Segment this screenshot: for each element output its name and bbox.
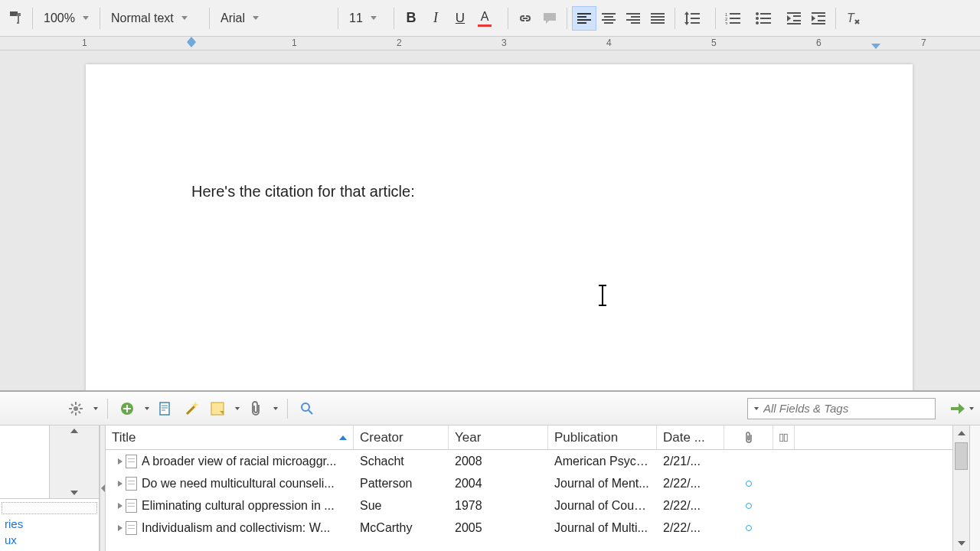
chevron-down-icon[interactable]: [273, 407, 278, 410]
document-icon: [126, 477, 137, 491]
column-header-date[interactable]: Date ...: [657, 425, 724, 449]
items-scrollbar[interactable]: [952, 425, 969, 551]
separator: [394, 8, 394, 29]
right-indent-marker[interactable]: [871, 44, 880, 49]
item-row[interactable]: Individualism and collectivism: W... McC…: [106, 517, 952, 539]
font-size-dropdown[interactable]: 11: [343, 7, 389, 30]
ruler-number: 6: [816, 37, 822, 48]
item-details-pane-collapsed[interactable]: [969, 425, 980, 551]
document-canvas[interactable]: Here's the citation for that article:: [0, 51, 980, 390]
font-family-dropdown[interactable]: Arial: [214, 7, 333, 30]
insert-link-button[interactable]: [513, 6, 537, 31]
pane-splitter[interactable]: [100, 425, 106, 551]
new-item-button[interactable]: [117, 399, 137, 419]
document-icon: [126, 521, 137, 535]
svg-point-20: [302, 403, 309, 411]
separator: [287, 399, 288, 419]
scroll-up-icon[interactable]: [70, 429, 78, 433]
column-header-year[interactable]: Year: [449, 425, 548, 449]
left-indent-marker[interactable]: [187, 37, 196, 42]
separator: [338, 8, 338, 29]
tag-filter-box[interactable]: [2, 502, 97, 514]
collections-scrollbar[interactable]: [49, 425, 99, 498]
tag-item[interactable]: ries: [2, 516, 97, 532]
column-picker-button[interactable]: [773, 425, 795, 449]
align-center-button[interactable]: [596, 6, 621, 31]
search-input[interactable]: [763, 402, 930, 415]
chevron-down-icon[interactable]: [145, 407, 149, 410]
chevron-down-icon[interactable]: [969, 407, 974, 410]
gear-icon: [69, 402, 83, 416]
svg-line-14: [71, 411, 74, 413]
increase-indent-button[interactable]: [806, 6, 831, 31]
locate-button[interactable]: [951, 403, 974, 414]
scrollbar-track[interactable]: [953, 471, 969, 536]
item-date: 2/22/...: [657, 499, 724, 513]
item-creator: Schacht: [354, 455, 449, 468]
expand-icon[interactable]: [118, 481, 122, 487]
chevron-down-icon[interactable]: [93, 407, 98, 410]
chevron-down-icon[interactable]: [754, 407, 759, 410]
separator: [567, 8, 567, 29]
scroll-down-button[interactable]: [953, 536, 969, 551]
insert-comment-button[interactable]: [537, 6, 562, 31]
new-note-button[interactable]: [207, 399, 227, 419]
add-attachment-button[interactable]: [246, 399, 266, 419]
tag-item[interactable]: ux: [2, 532, 97, 548]
item-row[interactable]: A broader view of racial microaggr... Sc…: [106, 450, 952, 472]
scroll-up-button[interactable]: [953, 425, 969, 441]
actions-menu-button[interactable]: [66, 399, 86, 419]
bulleted-list-button[interactable]: [751, 6, 776, 31]
horizontal-ruler[interactable]: 1 1 2 3 4 5 6 7: [0, 37, 980, 51]
expand-icon[interactable]: [118, 503, 122, 509]
column-header-creator[interactable]: Creator: [354, 425, 449, 449]
search-icon: [300, 402, 314, 416]
clear-formatting-button[interactable]: T: [841, 6, 865, 31]
chevron-down-icon: [371, 16, 377, 20]
item-date: 2/22/...: [657, 477, 724, 491]
column-header-title[interactable]: Title: [106, 425, 354, 449]
items-list: A broader view of racial microaggr... Sc…: [106, 450, 952, 551]
numbered-list-button[interactable]: 123: [720, 6, 745, 31]
align-left-button[interactable]: [572, 6, 596, 31]
arrow-right-icon: [951, 403, 965, 414]
document-body-text[interactable]: Here's the citation for that article:: [191, 183, 807, 201]
document-icon: [126, 499, 137, 513]
line-spacing-button[interactable]: [680, 6, 704, 31]
advanced-search-button[interactable]: [297, 399, 317, 419]
paint-format-button[interactable]: [3, 6, 28, 31]
expand-icon[interactable]: [118, 525, 122, 531]
svg-point-7: [74, 406, 78, 411]
align-justify-button[interactable]: [645, 6, 670, 31]
zoom-dropdown[interactable]: 100%: [38, 7, 95, 30]
quick-search-box[interactable]: [747, 398, 936, 419]
lookup-button[interactable]: [181, 399, 201, 419]
expand-icon[interactable]: [118, 458, 122, 465]
bulleted-list-icon: [756, 12, 771, 24]
item-row[interactable]: Eliminating cultural oppression in ... S…: [106, 494, 952, 517]
paragraph-style-dropdown[interactable]: Normal text: [105, 7, 204, 30]
add-by-identifier-button[interactable]: [155, 399, 175, 419]
scroll-down-icon[interactable]: [70, 491, 78, 495]
underline-button[interactable]: U: [448, 6, 472, 31]
decrease-indent-button[interactable]: [782, 6, 806, 31]
item-publication: Journal of Ment...: [548, 477, 657, 491]
chevron-down-icon[interactable]: [235, 407, 240, 410]
column-header-attachment[interactable]: [724, 425, 773, 449]
separator: [100, 8, 100, 29]
item-date: 2/21/...: [657, 455, 724, 468]
align-right-button[interactable]: [621, 6, 645, 31]
svg-point-4: [756, 17, 759, 20]
ruler-number: 1: [292, 37, 297, 48]
document-page[interactable]: Here's the citation for that article:: [86, 64, 913, 390]
wand-icon: [185, 401, 198, 416]
text-color-button[interactable]: A: [472, 6, 497, 31]
italic-button[interactable]: I: [423, 6, 448, 31]
link-icon: [517, 13, 534, 24]
scrollbar-thumb[interactable]: [955, 442, 968, 470]
item-publication: American Psych...: [548, 455, 657, 468]
bold-button[interactable]: B: [399, 6, 423, 31]
item-row[interactable]: Do we need multicultural counseli... Pat…: [106, 472, 952, 494]
column-header-publication[interactable]: Publication: [548, 425, 657, 449]
item-title: Eliminating cultural oppression in ...: [142, 499, 335, 513]
